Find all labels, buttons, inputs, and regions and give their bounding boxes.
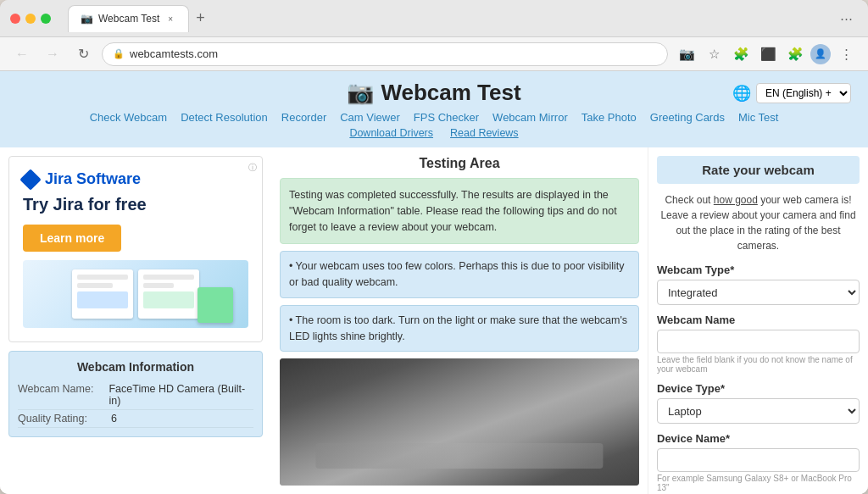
refresh-button[interactable]: ↻ [71,42,95,66]
webcam-type-select[interactable]: Integrated External IP Camera [657,280,860,305]
webcam-name-label: Webcam Name: [18,383,108,407]
tab-favicon-icon: 📷 [81,13,93,25]
rate-webcam-description: Check out how good your web camera is! L… [657,192,860,253]
site-title-text: Webcam Test [381,80,520,106]
device-name-input[interactable] [657,448,860,472]
sync-icon[interactable]: ⬛ [756,42,780,66]
jira-card-bar-1 [77,275,128,280]
address-bar[interactable]: 🔒 webcamtests.com [102,42,668,66]
minimize-window-button[interactable] [25,14,36,24]
nav-detect-resolution[interactable]: Detect Resolution [181,111,268,124]
quality-rating-value: 6 [111,413,117,425]
jira-card-image-2 [143,291,194,308]
nav-webcam-mirror[interactable]: Webcam Mirror [492,111,568,124]
jira-cards-illustration [65,263,206,325]
site-title: 📷 Webcam Test [347,80,520,106]
jira-card-image [77,291,128,308]
language-flag-icon: 🌐 [732,84,751,103]
tab-title: Webcam Test [98,13,159,25]
nav-bar: ← → ↻ 🔒 webcamtests.com 📷 ☆ 🧩 ⬛ 🧩 👤 ⋮ [0,37,868,71]
bookmark-icon[interactable]: ☆ [702,42,726,66]
lock-icon: 🔒 [113,48,125,59]
page-body: ⓘ Jira Software Try Jira for free Learn … [0,147,868,494]
address-text: webcamtests.com [130,47,218,60]
device-type-label: Device Type* [657,382,860,395]
center-panel: Testing Area Testing was completed succe… [271,147,648,494]
advertisement-box: ⓘ Jira Software Try Jira for free Learn … [8,156,263,342]
quality-rating-row: Quality Rating: 6 [18,410,253,428]
camera-icon[interactable]: 📷 [675,42,698,66]
surface-reflection [315,443,603,469]
success-message-box: Testing was completed successfully. The … [280,178,639,244]
webcam-info-title: Webcam Information [18,360,253,374]
language-selector[interactable]: EN (English) + [756,83,851,103]
jira-logo: Jira Software [23,170,248,188]
warning-message-1: • Your webcam uses too few colors. Perha… [280,251,639,298]
close-window-button[interactable] [10,14,20,24]
quality-rating-label: Quality Rating: [18,413,111,425]
webcam-info-table: Webcam Name: FaceTime HD Camera (Built-i… [18,380,253,428]
nav-download-drivers[interactable]: Download Drivers [349,127,433,139]
site-sub-navigation: Download Drivers Read Reviews [17,127,851,139]
device-name-label: Device Name* [657,432,860,445]
webcam-name-hint: Leave the field blank if you do not know… [657,355,860,374]
jira-tagline: Try Jira for free [23,195,248,214]
extension-icon[interactable]: 🧩 [729,42,753,66]
device-name-hint: For example Samsung Galaxy S8+ or MacBoo… [657,474,860,492]
device-type-select[interactable]: Laptop Desktop Tablet Phone [657,398,860,424]
webcam-information-panel: Webcam Information Webcam Name: FaceTime… [8,351,263,437]
webcam-name-form-label: Webcam Name [657,314,860,326]
jira-card-2 [138,269,199,319]
rate-webcam-title: Rate your webcam [657,156,860,184]
page-content: 📷 Webcam Test 🌐 EN (English) + Check Web… [0,71,868,494]
device-name-group: Device Name* For example Samsung Galaxy … [657,432,860,492]
nav-fps-checker[interactable]: FPS Checker [414,111,479,124]
browser-toolbar-icons: 📷 ☆ 🧩 ⬛ 🧩 👤 ⋮ [675,42,858,66]
nav-read-reviews[interactable]: Read Reviews [450,127,519,139]
maximize-window-button[interactable] [41,14,51,24]
site-title-icon: 📷 [347,80,374,106]
webcam-type-label: Webcam Type* [657,264,860,276]
site-header: 📷 Webcam Test 🌐 EN (English) + Check Web… [0,71,868,147]
jira-green-card-icon [198,287,233,323]
jira-card-bar-3 [143,275,194,280]
jira-card-bar-4 [143,283,174,288]
nav-check-webcam[interactable]: Check Webcam [90,111,168,124]
more-options-icon[interactable]: ⋯ [834,7,858,31]
jira-brand-name: Jira Software [45,170,141,188]
ad-info-icon[interactable]: ⓘ [248,162,257,174]
profile-avatar[interactable]: 👤 [810,44,831,64]
nav-cam-viewer[interactable]: Cam Viewer [340,111,400,124]
forward-button[interactable]: → [41,42,64,66]
webcam-name-input[interactable] [657,330,860,353]
tab-bar: 📷 Webcam Test × + [68,5,827,32]
jira-diamond-icon [19,169,41,190]
right-panel: Rate your webcam Check out how good your… [648,147,868,494]
webcam-name-row: Webcam Name: FaceTime HD Camera (Built-i… [18,380,253,410]
title-bar: 📷 Webcam Test × + ⋯ [0,0,868,37]
jira-card-1 [72,269,133,319]
testing-area-title: Testing Area [280,156,639,171]
webcam-preview-area [280,358,639,486]
webcam-name-value: FaceTime HD Camera (Built-in) [108,383,253,407]
webcam-preview-image [280,358,639,486]
jira-learn-more-button[interactable]: Learn more [23,225,121,252]
jira-card-bar-2 [77,283,113,288]
nav-greeting-cards[interactable]: Greeting Cards [650,111,725,124]
back-button[interactable]: ← [10,42,34,66]
new-tab-button[interactable]: + [189,9,212,27]
nav-take-photo[interactable]: Take Photo [581,111,637,124]
extensions-icon[interactable]: 🧩 [783,42,807,66]
tab-close-button[interactable]: × [164,13,176,25]
nav-mic-test[interactable]: Mic Test [738,111,778,124]
traffic-lights [10,14,51,24]
jira-illustration [23,260,248,328]
left-panel: ⓘ Jira Software Try Jira for free Learn … [0,147,271,494]
browser-menu-icon[interactable]: ⋮ [834,42,858,66]
device-type-group: Device Type* Laptop Desktop Tablet Phone [657,382,860,424]
warning-message-2: • The room is too dark. Turn on the ligh… [280,305,639,352]
webcam-name-group: Webcam Name Leave the field blank if you… [657,314,860,374]
active-tab[interactable]: 📷 Webcam Test × [68,5,189,32]
nav-recorder[interactable]: Recorder [281,111,326,124]
webcam-type-group: Webcam Type* Integrated External IP Came… [657,264,860,305]
